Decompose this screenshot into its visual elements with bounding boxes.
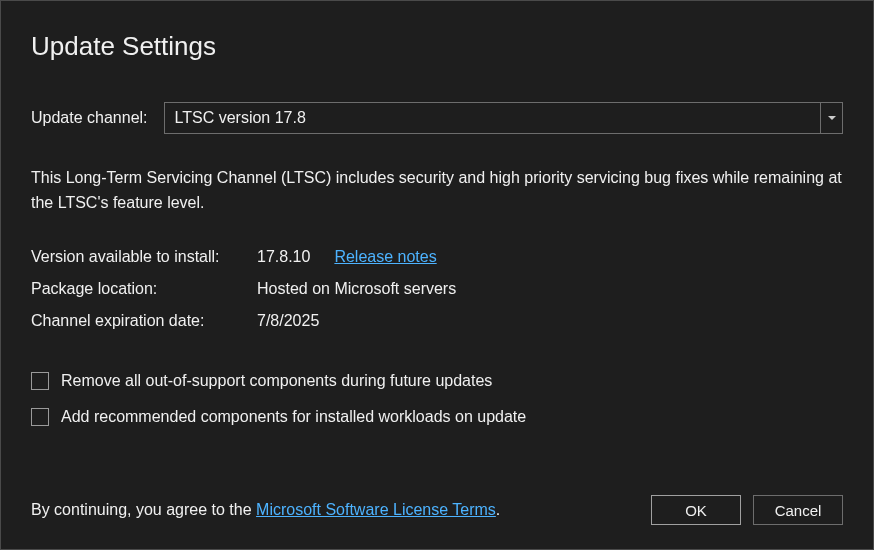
package-value: Hosted on Microsoft servers [257, 280, 456, 298]
version-label: Version available to install: [31, 248, 257, 266]
channel-description: This Long-Term Servicing Channel (LTSC) … [31, 166, 843, 216]
expiration-row: Channel expiration date: 7/8/2025 [31, 312, 843, 330]
channel-label: Update channel: [31, 109, 148, 127]
license-prefix: By continuing, you agree to the [31, 501, 256, 518]
expiration-value: 7/8/2025 [257, 312, 319, 330]
channel-select[interactable]: LTSC version 17.8 [164, 102, 843, 134]
license-suffix: . [496, 501, 500, 518]
release-notes-link[interactable]: Release notes [334, 248, 436, 266]
info-section: Version available to install: 17.8.10 Re… [31, 248, 843, 344]
version-row: Version available to install: 17.8.10 Re… [31, 248, 843, 266]
add-recommended-row: Add recommended components for installed… [31, 408, 843, 426]
license-agreement-text: By continuing, you agree to the Microsof… [31, 501, 500, 519]
package-label: Package location: [31, 280, 257, 298]
ok-button[interactable]: OK [651, 495, 741, 525]
channel-row: Update channel: LTSC version 17.8 [31, 102, 843, 134]
add-recommended-checkbox[interactable] [31, 408, 49, 426]
cancel-button[interactable]: Cancel [753, 495, 843, 525]
footer-buttons: OK Cancel [651, 495, 843, 525]
version-value: 17.8.10 [257, 248, 310, 266]
license-terms-link[interactable]: Microsoft Software License Terms [256, 501, 496, 518]
channel-select-value: LTSC version 17.8 [165, 103, 820, 133]
dialog-footer: By continuing, you agree to the Microsof… [31, 477, 843, 525]
remove-unsupported-label[interactable]: Remove all out-of-support components dur… [61, 372, 492, 390]
expiration-label: Channel expiration date: [31, 312, 257, 330]
remove-unsupported-row: Remove all out-of-support components dur… [31, 372, 843, 390]
chevron-down-icon[interactable] [820, 103, 842, 133]
package-row: Package location: Hosted on Microsoft se… [31, 280, 843, 298]
add-recommended-label[interactable]: Add recommended components for installed… [61, 408, 526, 426]
dialog-title: Update Settings [31, 31, 843, 62]
update-settings-dialog: Update Settings Update channel: LTSC ver… [0, 0, 874, 550]
remove-unsupported-checkbox[interactable] [31, 372, 49, 390]
